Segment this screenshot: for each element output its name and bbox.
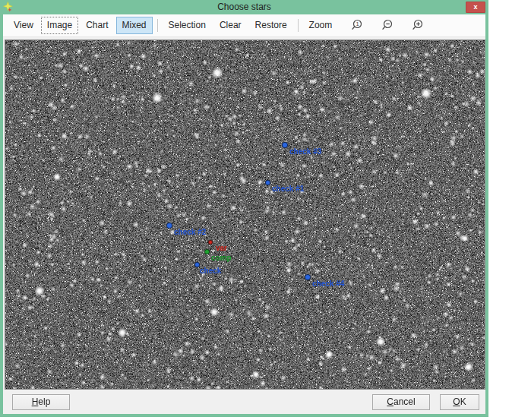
zoom-in-icon[interactable] xyxy=(411,19,424,32)
zoom-original-icon[interactable]: 1 xyxy=(350,19,363,32)
choose-stars-dialog: Choose stars x View Image Chart Mixed Se… xyxy=(0,0,488,417)
svg-text:1: 1 xyxy=(356,21,359,27)
help-button[interactable]: Help xyxy=(12,394,70,410)
toolbar-mixed-button[interactable]: Mixed xyxy=(116,17,153,34)
close-button[interactable]: x xyxy=(466,2,485,13)
check-3-marker-dot[interactable] xyxy=(282,142,288,148)
starfield-markers: check #3check #1check #2varcompcheckchec… xyxy=(5,40,485,389)
check-4-marker-label: check #4 xyxy=(312,279,344,288)
toolbar-zoom-button[interactable]: Zoom xyxy=(303,17,339,34)
toolbar-restore-button[interactable]: Restore xyxy=(249,17,293,34)
toolbar-separator xyxy=(157,19,158,32)
cancel-button[interactable]: Cancel xyxy=(372,394,430,410)
toolbar-chart-button[interactable]: Chart xyxy=(80,17,114,34)
check-1-marker-dot[interactable] xyxy=(265,180,270,185)
footer-bar: Help Cancel OK xyxy=(3,390,485,414)
toolbar-view-button[interactable]: View xyxy=(8,17,40,34)
window-title: Choose stars xyxy=(0,2,488,12)
zoom-out-icon[interactable] xyxy=(381,19,394,32)
toolbar-image-button[interactable]: Image xyxy=(41,17,78,34)
comp-marker-label: comp xyxy=(211,254,232,262)
dialog-body: View Image Chart Mixed Selection Clear R… xyxy=(3,14,485,414)
check-1-marker-label: check #1 xyxy=(272,185,304,193)
comp-marker-dot[interactable] xyxy=(204,249,210,254)
check-marker-dot[interactable] xyxy=(194,262,200,267)
toolbar: View Image Chart Mixed Selection Clear R… xyxy=(3,14,485,37)
titlebar: Choose stars x xyxy=(0,0,488,14)
ok-button[interactable]: OK xyxy=(440,394,479,410)
toolbar-clear-button[interactable]: Clear xyxy=(213,17,248,34)
var-marker-dot[interactable] xyxy=(208,240,213,245)
check-2-marker-dot[interactable] xyxy=(166,223,172,229)
starfield-image[interactable]: check #3check #1check #2varcompcheckchec… xyxy=(5,39,485,390)
toolbar-selection-button[interactable]: Selection xyxy=(163,17,212,34)
check-4-marker-dot[interactable] xyxy=(305,274,311,280)
check-2-marker-label: check #2 xyxy=(174,228,206,236)
screen: Choose stars x View Image Chart Mixed Se… xyxy=(0,0,531,420)
toolbar-separator xyxy=(298,19,299,32)
check-3-marker-label: check #3 xyxy=(289,147,321,156)
var-marker-label: var xyxy=(216,244,227,252)
check-marker-label: check xyxy=(200,267,221,275)
